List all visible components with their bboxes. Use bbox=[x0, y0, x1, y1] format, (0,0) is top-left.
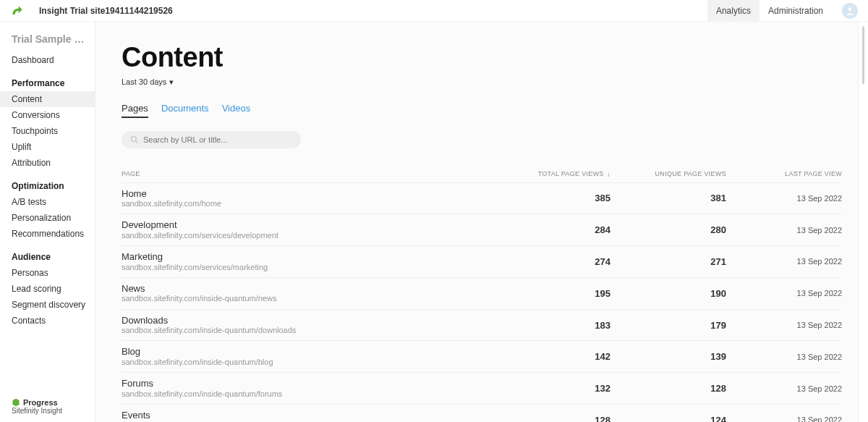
sidebar-item-lead-scoring[interactable]: Lead scoring bbox=[12, 281, 95, 297]
sidebar-heading: Optimization bbox=[12, 181, 95, 191]
svg-marker-1 bbox=[13, 399, 20, 407]
page-cell: Newssandbox.sitefinity.com/inside-quantu… bbox=[122, 283, 495, 304]
right-scrollbar-rail[interactable] bbox=[858, 22, 868, 422]
col-header-page[interactable]: PAGE bbox=[122, 170, 495, 178]
svg-point-0 bbox=[848, 7, 852, 11]
table-row[interactable]: Newssandbox.sitefinity.com/inside-quantu… bbox=[122, 277, 842, 309]
col-header-total[interactable]: TOTAL PAGE VIEWS ↓ bbox=[495, 170, 610, 178]
scrollbar-thumb[interactable] bbox=[862, 26, 864, 84]
page-title-cell: Events bbox=[122, 410, 495, 421]
col-header-unique[interactable]: UNIQUE PAGE VIEWS bbox=[610, 170, 726, 178]
table-row[interactable]: Eventssandbox.sitefinity.com/company/eve… bbox=[122, 404, 842, 422]
sidebar-item-content[interactable]: Content bbox=[0, 91, 95, 107]
content-tabs: PagesDocumentsVideos bbox=[122, 103, 842, 118]
last-view-cell: 13 Sep 2022 bbox=[726, 194, 842, 203]
col-header-last[interactable]: LAST PAGE VIEW bbox=[726, 170, 842, 178]
app-header: Insight Trial site19411144219526 Analyti… bbox=[0, 0, 868, 22]
total-views-cell: 128 bbox=[495, 415, 610, 422]
page-cell: Developmentsandbox.sitefinity.com/servic… bbox=[122, 219, 495, 240]
table-row[interactable]: Homesandbox.sitefinity.com/home38538113 … bbox=[122, 182, 842, 214]
sidebar-item-segment-discovery[interactable]: Segment discovery bbox=[12, 297, 95, 313]
unique-views-cell: 139 bbox=[610, 351, 726, 362]
tab-administration[interactable]: Administration bbox=[760, 0, 832, 22]
sidebar-item-conversions[interactable]: Conversions bbox=[12, 107, 95, 123]
total-views-cell: 183 bbox=[495, 320, 610, 331]
search-icon bbox=[130, 135, 139, 144]
page-title-cell: Downloads bbox=[122, 315, 495, 326]
page-title: Content bbox=[122, 42, 842, 73]
page-title-cell: Blog bbox=[122, 346, 495, 358]
page-url-cell: sandbox.sitefinity.com/inside-quantum/bl… bbox=[122, 358, 495, 367]
page-cell: Homesandbox.sitefinity.com/home bbox=[122, 188, 495, 209]
unique-views-cell: 381 bbox=[610, 193, 726, 203]
table-row[interactable]: Developmentsandbox.sitefinity.com/servic… bbox=[122, 214, 842, 245]
app-logo-icon[interactable] bbox=[10, 4, 25, 18]
page-url-cell: sandbox.sitefinity.com/services/developm… bbox=[122, 231, 495, 240]
sidebar-item-personas[interactable]: Personas bbox=[12, 265, 95, 281]
page-title-cell: Marketing bbox=[122, 251, 495, 263]
page-title-cell: News bbox=[122, 283, 495, 295]
sidebar-item-personalization[interactable]: Personalization bbox=[12, 210, 95, 226]
unique-views-cell: 190 bbox=[610, 288, 726, 299]
total-views-cell: 385 bbox=[495, 193, 610, 203]
unique-views-cell: 280 bbox=[610, 224, 726, 235]
unique-views-cell: 271 bbox=[610, 256, 726, 267]
unique-views-cell: 179 bbox=[610, 320, 726, 331]
page-url-cell: sandbox.sitefinity.com/inside-quantum/ne… bbox=[122, 294, 495, 303]
chevron-down-icon: ▾ bbox=[169, 77, 174, 87]
table-row[interactable]: Downloadssandbox.sitefinity.com/inside-q… bbox=[122, 309, 842, 341]
tab-documents[interactable]: Documents bbox=[161, 103, 209, 118]
table-row[interactable]: Marketingsandbox.sitefinity.com/services… bbox=[122, 245, 842, 277]
date-range-label: Last 30 days bbox=[122, 77, 166, 86]
brand-footer: Progress Sitefinity Insight bbox=[12, 398, 89, 415]
sidebar-item-a-b-tests[interactable]: A/B tests bbox=[12, 194, 95, 210]
unique-views-cell: 124 bbox=[610, 415, 726, 422]
svg-point-2 bbox=[132, 136, 137, 141]
last-view-cell: 13 Sep 2022 bbox=[726, 321, 842, 329]
page-cell: Marketingsandbox.sitefinity.com/services… bbox=[122, 251, 495, 272]
brand-progress: Progress bbox=[12, 398, 89, 407]
page-title-cell: Forums bbox=[122, 378, 495, 389]
sidebar-item-recommendations[interactable]: Recommendations bbox=[12, 226, 95, 242]
sidebar-item-uplift[interactable]: Uplift bbox=[12, 139, 95, 155]
sidebar-item-touchpoints[interactable]: Touchpoints bbox=[12, 123, 95, 139]
sidebar: Trial Sample Da... Dashboard Performance… bbox=[0, 22, 95, 422]
last-view-cell: 13 Sep 2022 bbox=[726, 415, 842, 422]
total-views-cell: 142 bbox=[495, 351, 610, 362]
table-row[interactable]: Forumssandbox.sitefinity.com/inside-quan… bbox=[122, 372, 842, 404]
page-cell: Blogsandbox.sitefinity.com/inside-quantu… bbox=[122, 346, 495, 367]
table-header-row: PAGE TOTAL PAGE VIEWS ↓ UNIQUE PAGE VIEW… bbox=[122, 166, 842, 182]
sidebar-item-contacts[interactable]: Contacts bbox=[12, 313, 95, 329]
tab-pages[interactable]: Pages bbox=[122, 103, 148, 118]
main-content: Content Last 30 days ▾ PagesDocumentsVid… bbox=[95, 22, 868, 422]
header-right: Analytics Administration bbox=[707, 0, 858, 22]
unique-views-cell: 128 bbox=[610, 383, 726, 394]
last-view-cell: 13 Sep 2022 bbox=[726, 289, 842, 297]
tab-analytics[interactable]: Analytics bbox=[707, 0, 760, 22]
last-view-cell: 13 Sep 2022 bbox=[726, 257, 842, 266]
page-title-cell: Development bbox=[122, 219, 495, 231]
total-views-cell: 274 bbox=[495, 256, 610, 267]
brand-progress-label: Progress bbox=[23, 398, 58, 407]
sidebar-item-attribution[interactable]: Attribution bbox=[12, 155, 95, 171]
date-range-selector[interactable]: Last 30 days ▾ bbox=[122, 77, 174, 87]
svg-line-3 bbox=[136, 140, 138, 143]
sidebar-heading: Audience bbox=[12, 252, 95, 262]
total-views-cell: 284 bbox=[495, 224, 610, 235]
page-url-cell: sandbox.sitefinity.com/inside-quantum/do… bbox=[122, 326, 495, 335]
page-url-cell: sandbox.sitefinity.com/home bbox=[122, 199, 495, 208]
site-title[interactable]: Insight Trial site19411144219526 bbox=[39, 6, 173, 16]
search-input[interactable] bbox=[143, 135, 292, 144]
tab-videos[interactable]: Videos bbox=[222, 103, 251, 118]
page-cell: Downloadssandbox.sitefinity.com/inside-q… bbox=[122, 315, 495, 336]
header-left: Insight Trial site19411144219526 bbox=[10, 4, 173, 18]
sidebar-site-name[interactable]: Trial Sample Da... bbox=[12, 33, 95, 45]
table-row[interactable]: Blogsandbox.sitefinity.com/inside-quantu… bbox=[122, 340, 842, 372]
search-box[interactable] bbox=[122, 131, 301, 148]
user-avatar[interactable] bbox=[842, 3, 858, 19]
last-view-cell: 13 Sep 2022 bbox=[726, 353, 842, 361]
col-header-total-label: TOTAL PAGE VIEWS bbox=[538, 170, 604, 177]
sidebar-item-dashboard[interactable]: Dashboard bbox=[12, 52, 95, 68]
page-url-cell: sandbox.sitefinity.com/services/marketin… bbox=[122, 263, 495, 272]
page-cell: Eventssandbox.sitefinity.com/company/eve… bbox=[122, 410, 495, 422]
